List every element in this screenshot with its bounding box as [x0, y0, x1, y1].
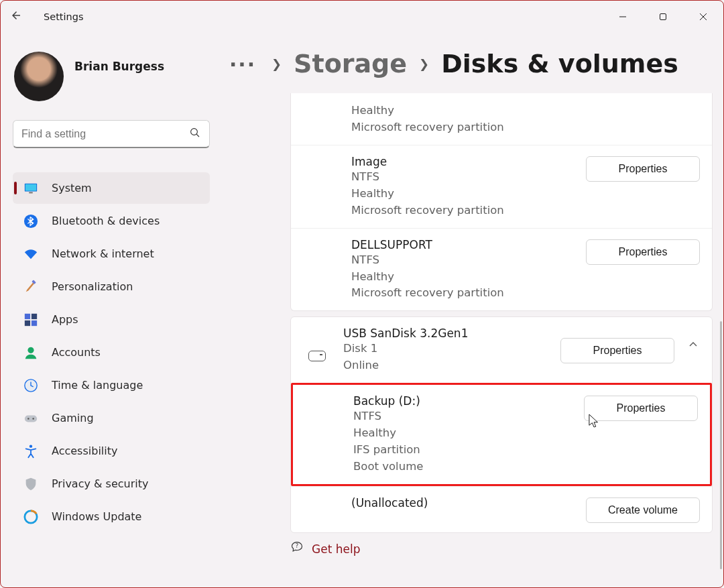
sidebar-item-system[interactable]: System	[13, 172, 210, 204]
accessibility-icon	[23, 444, 38, 459]
properties-button[interactable]: Properties	[584, 396, 698, 421]
breadcrumb-parent[interactable]: Storage	[294, 49, 407, 78]
disk0-group: Healthy Microsoft recovery partition Ima…	[290, 93, 713, 311]
sidebar-item-privacy[interactable]: Privacy & security	[13, 468, 210, 499]
monitor-icon	[23, 181, 38, 196]
chevron-right-icon: ❯	[419, 57, 429, 71]
volume-type: IFS partition	[353, 442, 576, 458]
gamepad-icon	[23, 411, 38, 426]
maximize-button[interactable]	[643, 3, 683, 30]
minimize-button[interactable]	[603, 3, 643, 30]
wifi-icon	[23, 247, 38, 261]
sidebar-item-label: Bluetooth & devices	[52, 215, 160, 227]
user-name: Brian Burgess	[74, 60, 164, 73]
sidebar-item-personalization[interactable]: Personalization	[13, 271, 210, 302]
svg-rect-8	[32, 313, 37, 318]
volume-title: Backup (D:)	[353, 394, 576, 408]
disk-state: Online	[343, 357, 560, 373]
scrollbar-thumb[interactable]	[720, 321, 722, 569]
properties-button[interactable]: Properties	[586, 239, 700, 265]
svg-point-11	[27, 347, 34, 353]
volume-row-image[interactable]: Image NTFS Healthy Microsoft recovery pa…	[291, 145, 712, 228]
volume-status: Healthy	[353, 425, 576, 441]
volume-title: (Unallocated)	[351, 496, 578, 510]
disk1-group: USB SanDisk 3.2Gen1 Disk 1 Online Proper…	[290, 316, 713, 533]
help-label: Get help	[312, 542, 360, 556]
sidebar-item-bluetooth[interactable]: Bluetooth & devices	[13, 205, 210, 237]
volume-row[interactable]: Healthy Microsoft recovery partition	[291, 93, 712, 145]
volume-type: Microsoft recovery partition	[351, 202, 578, 219]
volume-status: Healthy	[351, 186, 578, 202]
volume-type: Microsoft recovery partition	[351, 285, 578, 301]
sidebar-item-windows-update[interactable]: Windows Update	[13, 501, 210, 532]
volume-row-dellsupport[interactable]: DELLSUPPORT NTFS Healthy Microsoft recov…	[291, 228, 712, 311]
breadcrumb: ... ❯ Storage ❯ Disks & volumes	[222, 49, 678, 78]
svg-rect-10	[32, 320, 37, 325]
volume-fs: NTFS	[351, 252, 578, 268]
volume-status: Healthy	[351, 269, 578, 285]
svg-rect-7	[25, 313, 30, 318]
back-arrow-icon	[10, 9, 22, 24]
shield-icon	[23, 477, 38, 491]
user-block[interactable]: Brian Burgess	[13, 52, 210, 101]
volume-title: DELLSUPPORT	[351, 238, 578, 251]
svg-point-16	[29, 445, 32, 447]
volume-status: Healthy	[351, 103, 692, 119]
sidebar-item-label: Gaming	[52, 412, 94, 424]
svg-point-15	[32, 418, 34, 420]
volume-title: Image	[351, 155, 578, 168]
disk-name: USB SanDisk 3.2Gen1	[343, 327, 560, 340]
window-buttons	[603, 3, 723, 30]
help-icon: ?	[290, 541, 304, 557]
sidebar-item-label: System	[52, 182, 92, 194]
user-email-redacted	[74, 73, 164, 88]
sidebar-item-label: Accounts	[52, 346, 101, 359]
sidebar: Brian Burgess System Bluetooth & devi	[1, 33, 222, 587]
volume-fs: NTFS	[351, 169, 578, 185]
disk-icon	[308, 351, 326, 361]
volume-row-backup[interactable]: Backup (D:) NTFS Healthy IFS partition B…	[293, 385, 710, 484]
sidebar-item-apps[interactable]: Apps	[13, 304, 210, 335]
disk-header[interactable]: USB SanDisk 3.2Gen1 Disk 1 Online Proper…	[291, 317, 712, 383]
sidebar-item-time-language[interactable]: Time & language	[13, 369, 210, 401]
volume-list: Healthy Microsoft recovery partition Ima…	[290, 93, 713, 563]
properties-button[interactable]: Properties	[560, 338, 674, 363]
get-help-link[interactable]: ? Get help	[290, 541, 713, 557]
apps-icon	[23, 312, 38, 327]
svg-text:?: ?	[296, 542, 298, 549]
disk-label: Disk 1	[343, 341, 560, 357]
chevron-up-icon[interactable]	[686, 338, 700, 351]
sidebar-item-accessibility[interactable]: Accessibility	[13, 435, 210, 467]
volume-extra: Boot volume	[353, 459, 576, 475]
volume-fs: NTFS	[353, 408, 576, 424]
sidebar-item-label: Apps	[52, 313, 78, 326]
titlebar: Settings	[1, 1, 723, 33]
search-box[interactable]	[13, 120, 210, 148]
back-button[interactable]	[1, 9, 32, 24]
create-volume-button[interactable]: Create volume	[586, 497, 700, 523]
close-button[interactable]	[683, 3, 723, 30]
avatar	[14, 52, 64, 101]
sidebar-item-gaming[interactable]: Gaming	[13, 402, 210, 434]
content-pane: ... ❯ Storage ❯ Disks & volumes Healthy …	[222, 33, 723, 587]
search-input[interactable]	[21, 128, 189, 140]
svg-rect-4	[29, 192, 33, 193]
properties-button[interactable]: Properties	[586, 156, 700, 182]
svg-rect-9	[25, 320, 30, 325]
svg-rect-13	[25, 415, 37, 422]
sidebar-item-label: Windows Update	[52, 510, 141, 523]
svg-point-1	[191, 128, 198, 135]
breadcrumb-current: Disks & volumes	[441, 49, 678, 78]
clock-globe-icon	[23, 378, 38, 393]
app-body: Brian Burgess System Bluetooth & devi	[1, 33, 723, 587]
window-title: Settings	[32, 11, 83, 22]
person-icon	[23, 345, 38, 360]
svg-rect-3	[25, 184, 37, 190]
sidebar-item-network[interactable]: Network & internet	[13, 238, 210, 270]
svg-point-14	[27, 418, 29, 420]
nav-list: System Bluetooth & devices Network & int…	[13, 172, 210, 532]
sidebar-item-label: Privacy & security	[52, 477, 148, 490]
volume-row-unallocated[interactable]: (Unallocated) Create volume	[291, 486, 712, 532]
sidebar-item-accounts[interactable]: Accounts	[13, 337, 210, 368]
update-icon	[23, 510, 38, 524]
